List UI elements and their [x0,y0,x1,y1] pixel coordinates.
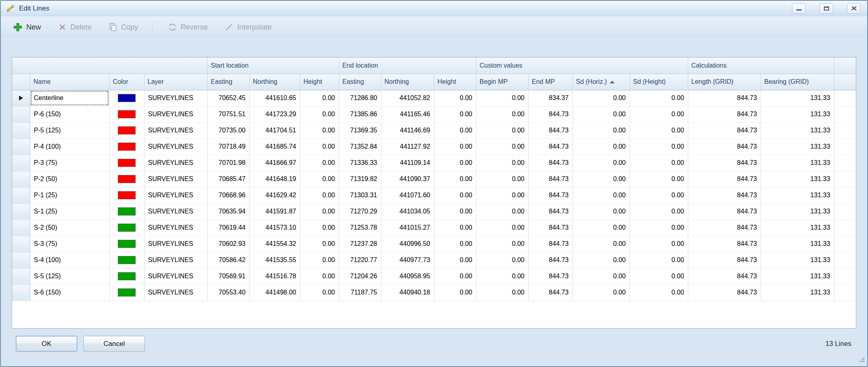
cell-sd_height[interactable]: 0.00 [630,90,688,106]
cell-bearing_grid[interactable]: 131.33 [761,171,834,187]
cell-begin_mp[interactable]: 0.00 [476,139,528,155]
cell-length_grid[interactable]: 844.73 [688,236,761,252]
cell-layer[interactable]: SURVEYLINES [144,122,207,139]
cell-start_height[interactable]: 0.00 [300,220,339,236]
cell-name[interactable]: P-2 (50) [30,171,109,187]
column-header-end_mp[interactable]: End MP [528,74,572,90]
cell-end_mp[interactable]: 844.73 [528,187,572,203]
cell-sd_horiz[interactable]: 0.00 [572,236,630,252]
cell-layer[interactable]: SURVEYLINES [144,139,207,155]
cell-length_grid[interactable]: 844.73 [688,139,761,155]
cell-length_grid[interactable]: 844.73 [688,122,761,139]
row-selector[interactable] [12,252,30,268]
row-selector[interactable] [12,187,30,203]
column-header-layer[interactable]: Layer [144,74,207,90]
cell-length_grid[interactable]: 844.73 [688,171,761,187]
cell-length_grid[interactable]: 844.73 [688,252,761,268]
cell-bearing_grid[interactable]: 131.33 [761,284,834,301]
cell-end_easting[interactable]: 71369.35 [339,122,381,139]
cell-end_mp[interactable]: 844.73 [528,155,572,171]
close-button[interactable] [847,3,861,14]
cell-start_height[interactable]: 0.00 [300,139,339,155]
cell-start_easting[interactable]: 70685.47 [207,171,249,187]
cell-end_height[interactable]: 0.00 [434,122,476,139]
ok-button[interactable]: OK [16,336,77,352]
cell-end_easting[interactable]: 71336.33 [339,155,381,171]
cell-start_height[interactable]: 0.00 [300,268,339,284]
band-header-start-location[interactable]: Start location [207,58,339,74]
cell-end_northing[interactable]: 441052.82 [381,90,434,106]
cell-begin_mp[interactable]: 0.00 [476,187,528,203]
column-header-sd_height[interactable]: Sd (Height) [630,74,688,90]
cell-sd_horiz[interactable]: 0.00 [572,220,630,236]
cell-bearing_grid[interactable]: 131.33 [761,203,834,220]
cell-start_easting[interactable]: 70668.96 [207,187,249,203]
cell-end_northing[interactable]: 440977.73 [381,252,434,268]
cell-layer[interactable]: SURVEYLINES [144,155,207,171]
cell-bearing_grid[interactable]: 131.33 [761,252,834,268]
cell-end_mp[interactable]: 844.73 [528,203,572,220]
cell-color[interactable] [109,155,144,171]
cell-begin_mp[interactable]: 0.00 [476,106,528,122]
cell-sd_horiz[interactable]: 0.00 [572,252,630,268]
cell-bearing_grid[interactable]: 131.33 [761,106,834,122]
cell-color[interactable] [109,90,144,106]
row-selector[interactable] [12,203,30,220]
cell-layer[interactable]: SURVEYLINES [144,236,207,252]
cell-start_height[interactable]: 0.00 [300,187,339,203]
cell-end_northing[interactable]: 441127.92 [381,139,434,155]
cell-sd_horiz[interactable]: 0.00 [572,171,630,187]
cell-layer[interactable]: SURVEYLINES [144,187,207,203]
column-header-start_easting[interactable]: Easting [207,74,249,90]
color-swatch[interactable] [118,272,136,280]
cell-begin_mp[interactable]: 0.00 [476,122,528,139]
copy-button[interactable]: Copy [105,21,141,33]
cell-sd_height[interactable]: 0.00 [630,203,688,220]
cell-start_northing[interactable]: 441573.10 [249,220,300,236]
column-header-name[interactable]: Name [30,74,109,90]
color-swatch[interactable] [118,143,136,151]
cell-end_height[interactable]: 0.00 [434,106,476,122]
row-selector[interactable] [12,284,30,301]
cell-end_mp[interactable]: 844.73 [528,252,572,268]
cell-end_mp[interactable]: 844.73 [528,284,572,301]
cell-start_height[interactable]: 0.00 [300,155,339,171]
cell-end_northing[interactable]: 441165.46 [381,106,434,122]
cell-color[interactable] [109,236,144,252]
band-header-custom-values[interactable]: Custom values [476,58,688,74]
column-header-bearing_grid[interactable]: Bearing (GRID) [761,74,834,90]
cell-layer[interactable]: SURVEYLINES [144,171,207,187]
color-swatch[interactable] [118,94,136,102]
cell-length_grid[interactable]: 844.73 [688,187,761,203]
column-header-color[interactable]: Color [109,74,144,90]
cell-start_northing[interactable]: 441723.29 [249,106,300,122]
cell-end_northing[interactable]: 441146.69 [381,122,434,139]
cell-start_height[interactable]: 0.00 [300,106,339,122]
cell-start_northing[interactable]: 441591.87 [249,203,300,220]
cell-begin_mp[interactable]: 0.00 [476,284,528,301]
cell-length_grid[interactable]: 844.73 [688,155,761,171]
cell-start_northing[interactable]: 441535.55 [249,252,300,268]
cell-sd_horiz[interactable]: 0.00 [572,155,630,171]
cell-start_northing[interactable]: 441516.78 [249,268,300,284]
new-button[interactable]: New [10,21,44,34]
cell-sd_height[interactable]: 0.00 [630,155,688,171]
cell-layer[interactable]: SURVEYLINES [144,106,207,122]
color-swatch[interactable] [118,207,136,216]
cell-start_northing[interactable]: 441685.74 [249,139,300,155]
cell-start_height[interactable]: 0.00 [300,122,339,139]
cell-color[interactable] [109,106,144,122]
cell-name[interactable]: P-1 (25) [30,187,109,203]
column-header-start_northing[interactable]: Northing [249,74,300,90]
reverse-button[interactable]: Reverse [165,21,211,33]
cell-end_northing[interactable]: 440958.95 [381,268,434,284]
column-header-end_height[interactable]: Height [434,74,476,90]
cell-begin_mp[interactable]: 0.00 [476,203,528,220]
cell-end_northing[interactable]: 440940.18 [381,284,434,301]
cell-end_mp[interactable]: 844.73 [528,220,572,236]
cell-start_height[interactable]: 0.00 [300,203,339,220]
cell-name[interactable]: S-5 (125) [30,268,109,284]
cell-layer[interactable]: SURVEYLINES [144,220,207,236]
cell-color[interactable] [109,203,144,220]
minimize-button[interactable] [792,3,806,14]
